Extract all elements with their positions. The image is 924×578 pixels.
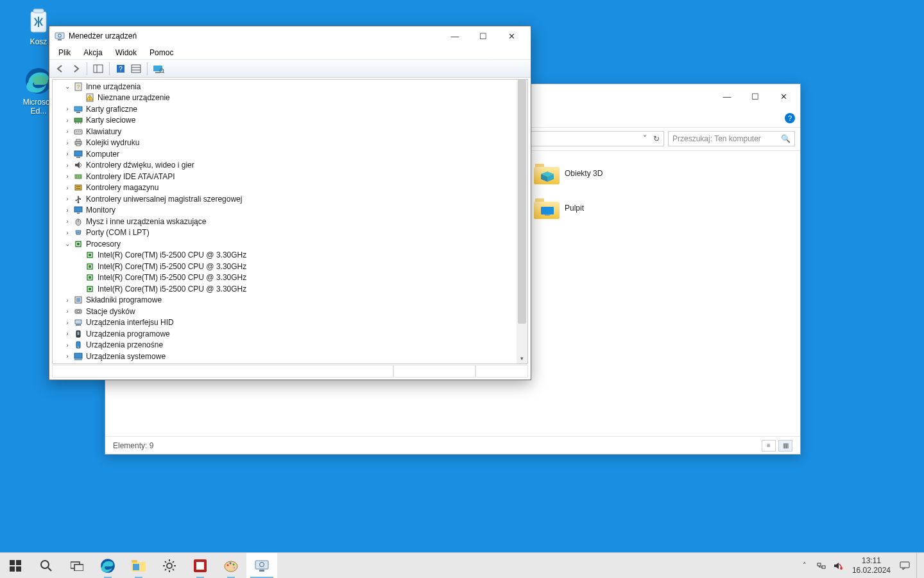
svg-line-101 bbox=[173, 561, 174, 563]
device-tree[interactable]: ?Inne urządzenia !Nieznane urządzenie Ka… bbox=[53, 80, 517, 363]
status-bar bbox=[52, 365, 528, 378]
explorer-item-pulpit[interactable]: Pulpit bbox=[534, 197, 584, 219]
close-button[interactable]: ✕ bbox=[769, 87, 798, 106]
tree-node-cpu-core[interactable]: Intel(R) Core(TM) i5-2500 CPU @ 3.30GHz bbox=[55, 283, 514, 295]
svg-rect-47 bbox=[75, 185, 81, 190]
tree-label: Mysz i inne urządzenia wskazujące bbox=[86, 217, 206, 226]
show-desktop-button[interactable] bbox=[916, 553, 920, 579]
tree-node-processors[interactable]: Procesory bbox=[55, 238, 514, 250]
tree-node-usb-controllers[interactable]: Kontrolery uniwersalnej magistrali szere… bbox=[55, 193, 514, 205]
svg-rect-83 bbox=[16, 560, 21, 565]
scan-hardware-button[interactable] bbox=[151, 62, 166, 76]
display-adapter-icon bbox=[73, 104, 83, 114]
minimize-button[interactable]: — bbox=[441, 27, 469, 45]
svg-rect-75 bbox=[76, 324, 81, 326]
menu-action[interactable]: Akcja bbox=[78, 47, 107, 58]
back-button[interactable] bbox=[53, 62, 67, 76]
svg-rect-55 bbox=[77, 213, 80, 214]
show-hide-tree-button[interactable] bbox=[91, 62, 105, 76]
task-view-button[interactable] bbox=[62, 553, 92, 578]
menu-view[interactable]: Widok bbox=[110, 47, 142, 58]
taskbar-app-explorer[interactable] bbox=[123, 553, 154, 578]
tray-network-icon[interactable] bbox=[816, 561, 826, 571]
tree-node-cpu-core[interactable]: Intel(R) Core(TM) i5-2500 CPU @ 3.30GHz bbox=[55, 250, 514, 261]
svg-rect-39 bbox=[76, 144, 80, 146]
tree-node-cpu-core[interactable]: Intel(R) Core(TM) i5-2500 CPU @ 3.30GHz bbox=[55, 261, 514, 272]
tree-label: Urządzenia programowe bbox=[86, 329, 170, 338]
search-input[interactable]: Przeszukaj: Ten komputer 🔍 bbox=[668, 131, 795, 146]
tree-node-computer[interactable]: Komputer bbox=[55, 148, 514, 160]
help-icon[interactable]: ? bbox=[785, 113, 795, 123]
details-view-button[interactable]: ≡ bbox=[762, 440, 776, 451]
tree-node-portable-devices[interactable]: Urządzenia przenośne bbox=[55, 340, 514, 351]
menu-bar: Plik Akcja Widok Pomoc bbox=[49, 46, 531, 60]
svg-line-100 bbox=[173, 569, 174, 570]
tree-node-monitors[interactable]: Monitory bbox=[55, 205, 514, 216]
svg-text:?: ? bbox=[76, 83, 80, 90]
svg-rect-11 bbox=[94, 65, 103, 73]
taskbar-app-devmgr[interactable] bbox=[246, 553, 277, 578]
tray-notifications-icon[interactable] bbox=[900, 561, 910, 571]
tree-node-print-queues[interactable]: Kolejki wydruku bbox=[55, 137, 514, 149]
portable-device-icon bbox=[73, 340, 83, 350]
keyboard-icon bbox=[73, 127, 83, 137]
close-button[interactable]: ✕ bbox=[497, 27, 526, 45]
tray-volume-icon[interactable] bbox=[833, 561, 843, 571]
tree-node-other-devices[interactable]: ?Inne urządzenia bbox=[55, 81, 514, 92]
tray-overflow-icon[interactable]: ˄ bbox=[800, 561, 810, 571]
svg-rect-19 bbox=[155, 72, 160, 73]
chevron-down-icon[interactable]: ˅ bbox=[643, 134, 647, 143]
explorer-item-obiekty3d[interactable]: Obiekty 3D bbox=[534, 162, 603, 184]
refresh-icon[interactable]: ↻ bbox=[653, 134, 660, 143]
scrollbar-thumb[interactable] bbox=[518, 80, 526, 324]
svg-point-86 bbox=[41, 561, 49, 568]
menu-file[interactable]: Plik bbox=[53, 47, 76, 58]
svg-rect-69 bbox=[89, 288, 91, 290]
svg-point-36 bbox=[80, 131, 81, 132]
svg-rect-27 bbox=[74, 107, 82, 111]
tray-clock[interactable]: 13:11 16.02.2024 bbox=[850, 556, 893, 575]
scroll-down-icon[interactable]: ▾ bbox=[517, 353, 527, 363]
svg-rect-67 bbox=[89, 276, 91, 279]
tree-node-mice[interactable]: Mysz i inne urządzenia wskazujące bbox=[55, 216, 514, 227]
minimize-button[interactable]: — bbox=[713, 87, 741, 106]
svg-rect-54 bbox=[74, 207, 82, 212]
tree-node-ide-controllers[interactable]: Kontrolery IDE ATA/ATAPI bbox=[55, 171, 514, 182]
taskbar-app-red[interactable] bbox=[185, 553, 216, 578]
tree-node-software-components[interactable]: Składniki programowe bbox=[55, 295, 514, 306]
svg-rect-111 bbox=[259, 570, 264, 572]
tree-label: Intel(R) Core(TM) i5-2500 CPU @ 3.30GHz bbox=[98, 285, 246, 293]
taskbar-app-settings[interactable] bbox=[154, 553, 185, 578]
window-title: Menedżer urządzeń bbox=[69, 31, 137, 40]
tree-label: Kontrolery uniwersalnej magistrali szere… bbox=[86, 195, 242, 204]
maximize-button[interactable]: ☐ bbox=[741, 87, 769, 106]
tree-node-ports[interactable]: Porty (COM i LPT) bbox=[55, 227, 514, 239]
tree-node-software-devices[interactable]: Urządzenia programowe bbox=[55, 328, 514, 340]
icons-view-button[interactable]: ▦ bbox=[778, 440, 792, 451]
tree-label: Kontrolery dźwięku, wideo i gier bbox=[86, 161, 194, 170]
tree-node-unknown-device[interactable]: !Nieznane urządzenie bbox=[55, 92, 514, 104]
taskbar-app-paint[interactable] bbox=[216, 553, 246, 578]
tree-node-sound-controllers[interactable]: Kontrolery dźwięku, wideo i gier bbox=[55, 160, 514, 171]
tree-node-keyboards[interactable]: Klawiatury bbox=[55, 126, 514, 137]
help-button[interactable]: ? bbox=[114, 62, 128, 76]
tree-label: Urządzenia systemowe bbox=[86, 352, 166, 361]
tree-node-disk-drives[interactable]: Stacje dysków bbox=[55, 306, 514, 317]
svg-rect-114 bbox=[822, 566, 825, 568]
scrollbar[interactable]: ▾ bbox=[517, 80, 527, 363]
search-button[interactable] bbox=[31, 553, 62, 578]
tree-node-network-adapters[interactable]: Karty sieciowe bbox=[55, 115, 514, 127]
tree-node-display-adapters[interactable]: Karty graficzne bbox=[55, 103, 514, 115]
tree-node-hid[interactable]: Urządzenia interfejsu HID bbox=[55, 317, 514, 329]
maximize-button[interactable]: ☐ bbox=[469, 27, 497, 45]
forward-button[interactable] bbox=[69, 62, 83, 76]
properties-button[interactable] bbox=[129, 62, 143, 76]
tree-label: Klawiatury bbox=[86, 127, 121, 136]
tree-node-cpu-core[interactable]: Intel(R) Core(TM) i5-2500 CPU @ 3.30GHz bbox=[55, 272, 514, 284]
svg-point-79 bbox=[78, 347, 79, 348]
tree-node-system-devices[interactable]: Urządzenia systemowe bbox=[55, 351, 514, 362]
tree-node-storage-controllers[interactable]: Kontrolery magazynu bbox=[55, 182, 514, 194]
start-button[interactable] bbox=[0, 553, 31, 578]
taskbar-app-edge[interactable] bbox=[92, 553, 123, 578]
menu-help[interactable]: Pomoc bbox=[144, 47, 178, 58]
